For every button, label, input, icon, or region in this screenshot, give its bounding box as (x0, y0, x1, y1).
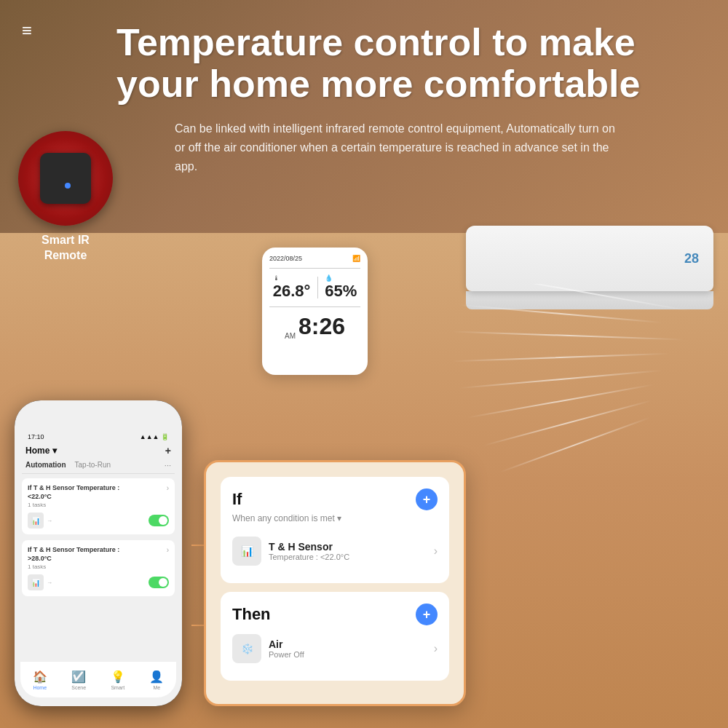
ac-display: 28 (684, 251, 699, 266)
then-device-info: Air Power Off (269, 638, 304, 659)
automation-2-icons: 📊 → (28, 574, 60, 590)
toggle-thumb-2 (159, 578, 167, 587)
me-nav-label: Me (153, 685, 160, 690)
nav-smart[interactable]: 💡 Smart (111, 670, 125, 690)
then-add-button[interactable]: + (416, 604, 438, 625)
sensor-time: 8:26 (298, 313, 345, 340)
automation-2-chevron: › (167, 546, 169, 554)
if-add-button[interactable]: + (416, 488, 438, 510)
tab-automation[interactable]: Automation (25, 461, 66, 470)
then-device-row[interactable]: ❄️ Air Power Off › (232, 628, 438, 669)
th-sensor-icon: 📊 (232, 537, 261, 566)
if-section: If + When any condition is met ▾ 📊 T & H… (221, 477, 449, 583)
menu-icon[interactable]: ≡ (22, 20, 32, 41)
if-section-header: If + (232, 488, 438, 510)
automation-1-row: 📊 → (28, 513, 169, 529)
automation-2-row: 📊 → (28, 574, 169, 590)
smart-nav-icon: 💡 (111, 670, 125, 684)
automation-detail-card: If + When any condition is met ▾ 📊 T & H… (204, 460, 466, 706)
nav-scene[interactable]: ☑️ Scene (71, 670, 86, 690)
automation-1-icon: 📊 (28, 513, 44, 529)
ir-remote-label: Smart IRRemote (7, 233, 124, 264)
tabs-more[interactable]: ··· (165, 461, 171, 470)
if-device-left: 📊 T & H Sensor Temperature : <22.0°C (232, 537, 349, 566)
if-device-sub: Temperature : <22.0°C (269, 553, 349, 561)
if-device-info: T & H Sensor Temperature : <22.0°C (269, 541, 349, 561)
ir-remote-device (40, 153, 91, 204)
sensor-readings: 🌡 26.8° 💧 65% (269, 274, 360, 301)
sensor-am: AM (285, 332, 296, 340)
then-title: Then (232, 605, 271, 624)
ir-remote-circle (18, 131, 113, 226)
smart-nav-label: Smart (111, 685, 124, 690)
automation-1-chevron: › (167, 484, 169, 492)
phone-container: 17:10 ▲▲▲ 🔋 Home ▾ + Automation Tap-to-R… (15, 400, 189, 706)
automation-item-2[interactable]: If T & H Sensor Temperature : >28.0°C 1 … (22, 540, 175, 596)
phone-time: 17:10 (28, 433, 44, 440)
automation-2-tasks: 1 tasks (28, 563, 119, 570)
page-subtext: Can be linked with intelligent infrared … (175, 119, 626, 175)
then-section-header: Then + (232, 604, 438, 625)
phone-signal: ▲▲▲ 🔋 (140, 433, 169, 440)
then-device-sub: Power Off (269, 650, 304, 659)
if-title: If (232, 490, 242, 509)
if-device-name: T & H Sensor (269, 541, 349, 553)
air-device-icon: ❄️ (232, 634, 261, 663)
automation-item-1[interactable]: If T & H Sensor Temperature : <22.0°C 1 … (22, 478, 175, 534)
phone-status-bar: 17:10 ▲▲▲ 🔋 (22, 433, 175, 440)
sensor-divider-2 (269, 306, 360, 307)
page-headline: Temperature control to make your home mo… (116, 22, 706, 105)
ir-remote-container: Smart IRRemote (7, 131, 124, 264)
sensor-humidity-reading: 💧 65% (325, 274, 357, 301)
airflow-container (437, 284, 728, 488)
automation-1-icons: 📊 → (28, 513, 60, 529)
condition-label[interactable]: When any condition is met ▾ (232, 513, 438, 523)
me-nav-icon: 👤 (149, 670, 164, 684)
toggle-thumb (159, 516, 167, 525)
main-container: ≡ Temperature control to make your home … (0, 0, 728, 728)
tab-tap-to-run[interactable]: Tap-to-Run (75, 461, 111, 470)
phone-bottom-nav: 🏠 Home ☑️ Scene 💡 Smart 👤 Me (20, 661, 176, 697)
ac-body: 28 (466, 226, 713, 291)
phone-tabs: Automation Tap-to-Run ··· (22, 461, 175, 474)
then-row-chevron: › (434, 642, 438, 655)
scene-nav-icon: ☑️ (71, 670, 86, 684)
sensor-wifi-icon: 📶 (352, 255, 360, 262)
home-nav-label: Home (33, 685, 47, 690)
then-device-name: Air (269, 638, 304, 650)
ir-dot (65, 183, 71, 189)
automation-1-toggle[interactable] (149, 515, 169, 526)
automation-2-toggle[interactable] (149, 577, 169, 588)
automation-1-temp: <22.0°C (28, 493, 119, 500)
phone-screen: 17:10 ▲▲▲ 🔋 Home ▾ + Automation Tap-to-R… (15, 400, 182, 706)
automation-1-title: If T & H Sensor Temperature : (28, 484, 119, 491)
sensor-top-row: 2022/08/25 📶 (269, 255, 360, 262)
sensor-device: 2022/08/25 📶 🌡 26.8° 💧 65% AM 8:26 (262, 248, 368, 375)
sensor-temp-value: 26.8° (273, 282, 311, 301)
automation-1-tasks: 1 tasks (28, 502, 119, 508)
automation-2-temp: >28.0°C (28, 555, 119, 562)
nav-home[interactable]: 🏠 Home (33, 670, 47, 690)
phone-home-header: Home ▾ + (22, 445, 175, 456)
then-device-left: ❄️ Air Power Off (232, 634, 304, 663)
if-device-row[interactable]: 📊 T & H Sensor Temperature : <22.0°C › (232, 531, 438, 571)
sensor-humidity-value: 65% (325, 282, 357, 301)
phone-home-title[interactable]: Home ▾ (25, 446, 57, 456)
then-section: Then + ❄️ Air Power Off › (221, 592, 449, 681)
home-nav-icon: 🏠 (33, 670, 47, 684)
phone-add-icon[interactable]: + (165, 445, 171, 456)
automation-2-icon: 📊 (28, 574, 44, 590)
automation-2-title: If T & H Sensor Temperature : (28, 546, 119, 553)
sensor-temp-reading: 🌡 26.8° (273, 274, 311, 301)
sensor-divider (269, 268, 360, 269)
scene-nav-label: Scene (71, 685, 86, 690)
nav-me[interactable]: 👤 Me (149, 670, 164, 690)
if-row-chevron: › (434, 545, 438, 558)
phone-body: 17:10 ▲▲▲ 🔋 Home ▾ + Automation Tap-to-R… (15, 400, 182, 706)
sensor-date: 2022/08/25 (269, 255, 302, 262)
